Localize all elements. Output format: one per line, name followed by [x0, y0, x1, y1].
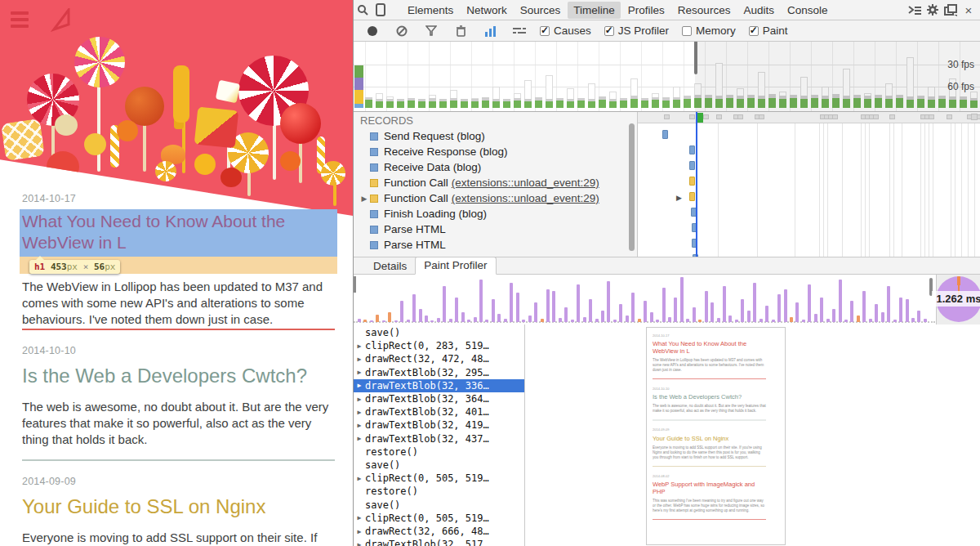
histogram-bar[interactable] [497, 314, 501, 322]
histogram-bar[interactable] [559, 318, 562, 322]
checkbox-box[interactable] [604, 26, 614, 36]
command-row[interactable]: ▶drawTextBlob(32, 336… [354, 379, 525, 392]
tab-resources[interactable]: Resources [672, 2, 737, 19]
histogram-bar[interactable] [723, 286, 726, 322]
record-row[interactable]: Receive Data (blog) [354, 159, 638, 175]
histogram-bar[interactable] [698, 320, 702, 322]
histogram-bar[interactable] [638, 319, 641, 322]
histogram-bar[interactable] [844, 320, 848, 322]
histogram-bar[interactable] [795, 302, 799, 322]
histogram-bar[interactable] [412, 294, 416, 322]
histogram-bar[interactable] [650, 312, 653, 322]
command-row[interactable]: restore() [354, 445, 525, 459]
histogram-bar[interactable] [765, 306, 768, 322]
histogram-bar[interactable] [839, 280, 842, 322]
histogram-bar[interactable] [735, 320, 738, 322]
histogram-bar[interactable] [644, 301, 647, 322]
tab-profiles[interactable]: Profiles [622, 2, 670, 19]
record-row[interactable]: Parse HTML [354, 222, 638, 237]
histogram-bar[interactable] [504, 319, 507, 322]
command-expand-icon[interactable]: ▶ [354, 369, 365, 376]
command-row[interactable]: save() [354, 326, 525, 339]
command-row[interactable]: ▶drawRect(32, 472, 48… [354, 352, 525, 365]
histogram-bar[interactable] [906, 299, 909, 322]
histogram-bar[interactable] [443, 286, 446, 322]
histogram-bar[interactable] [479, 280, 483, 322]
command-expand-icon[interactable]: ▶ [354, 528, 365, 535]
histogram-bar[interactable] [552, 291, 555, 322]
checkbox-box[interactable] [682, 26, 692, 36]
histogram-bar[interactable] [492, 299, 495, 322]
histogram-bar[interactable] [541, 319, 544, 322]
histogram-bar[interactable] [534, 302, 537, 322]
record-row[interactable]: ▶Function Call(extensions::unload_event:… [354, 190, 638, 206]
record-source-link[interactable]: (extensions::unload_event:29) [452, 177, 599, 189]
overview-selection-handle[interactable] [694, 42, 697, 74]
command-expand-icon[interactable]: ▶ [354, 409, 365, 416]
histogram-bar[interactable] [881, 312, 884, 322]
tab-network[interactable]: Network [461, 2, 513, 19]
clear-button[interactable] [393, 23, 411, 39]
record-row[interactable]: Finish Loading (blog) [354, 206, 638, 222]
histogram-bar[interactable] [741, 299, 744, 322]
histogram-bar[interactable] [516, 293, 519, 322]
histogram-bar[interactable] [686, 319, 689, 322]
histogram-bar[interactable] [760, 319, 763, 322]
histogram-bar[interactable] [784, 289, 787, 322]
histogram-bar[interactable] [862, 291, 866, 322]
command-row[interactable]: ▶clipRect(0, 283, 519… [354, 339, 525, 352]
records-scrollbar[interactable] [629, 123, 635, 251]
histogram-bar[interactable] [564, 307, 568, 322]
tab-timeline[interactable]: Timeline [568, 2, 621, 19]
checkbox-memory[interactable]: Memory [682, 25, 736, 37]
record-source-link[interactable]: (extensions::unload_event:29) [452, 192, 599, 204]
command-expand-icon[interactable]: ▶ [354, 356, 365, 363]
site-logo-icon[interactable] [51, 8, 74, 33]
histogram-bar[interactable] [400, 301, 403, 322]
histogram-bar[interactable] [772, 320, 775, 322]
histogram-bar[interactable] [370, 320, 373, 322]
histogram-bar[interactable] [917, 311, 920, 322]
histogram-bar[interactable] [382, 320, 385, 322]
record-row[interactable]: Parse HTML [354, 237, 638, 253]
histogram-bar[interactable] [595, 319, 599, 322]
histogram-bar[interactable] [626, 316, 629, 322]
command-row[interactable]: ▶drawTextBlob(32, 419… [354, 418, 525, 432]
checkbox-js-profiler[interactable]: JS Profiler [604, 25, 669, 37]
paint-profiler-strip[interactable]: 1.262 ms [354, 275, 980, 324]
histogram-bar[interactable] [747, 311, 751, 322]
checkbox-paint[interactable]: Paint [749, 25, 788, 37]
command-expand-icon[interactable]: ▶ [354, 514, 365, 521]
memory-view-icon[interactable] [510, 23, 528, 39]
checkbox-causes[interactable]: Causes [540, 25, 591, 37]
command-row[interactable]: ▶drawTextBlob(32, 437… [354, 432, 525, 445]
histogram-bar[interactable] [656, 320, 659, 322]
record-row[interactable]: Receive Response (blog) [354, 144, 638, 159]
settings-gear-icon[interactable] [924, 2, 942, 18]
timeline-overview[interactable]: 30 fps 60 fps [354, 42, 980, 112]
checkbox-box[interactable] [540, 26, 550, 36]
post-title[interactable]: Is the Web a Developers Cwtch? [22, 365, 335, 387]
command-expand-icon[interactable]: ▶ [354, 396, 365, 403]
histogram-bar[interactable] [376, 315, 379, 322]
histogram-bar[interactable] [850, 301, 853, 322]
command-expand-icon[interactable]: ▶ [354, 382, 365, 389]
histogram-bar[interactable] [510, 283, 513, 322]
command-expand-icon[interactable]: ▶ [354, 541, 365, 546]
histogram-bar[interactable] [820, 298, 823, 322]
histogram-bar[interactable] [425, 316, 428, 322]
graph-expand-arrow-icon[interactable]: ▶ [676, 194, 682, 202]
histogram-bar[interactable] [777, 294, 781, 322]
histogram-bar[interactable] [832, 309, 835, 322]
histogram-bar[interactable] [728, 316, 732, 322]
histogram-bar[interactable] [710, 302, 714, 322]
histogram-bar[interactable] [430, 320, 434, 322]
histogram-bar[interactable] [613, 320, 617, 322]
tab-paint-profiler[interactable]: Paint Profiler [415, 257, 496, 275]
record-button[interactable] [363, 23, 381, 39]
device-mode-icon[interactable] [372, 2, 390, 18]
histogram-bar[interactable] [455, 298, 458, 322]
tab-console[interactable]: Console [782, 2, 834, 19]
inspect-element-icon[interactable] [354, 2, 372, 18]
frames-chart-icon[interactable] [481, 23, 499, 39]
